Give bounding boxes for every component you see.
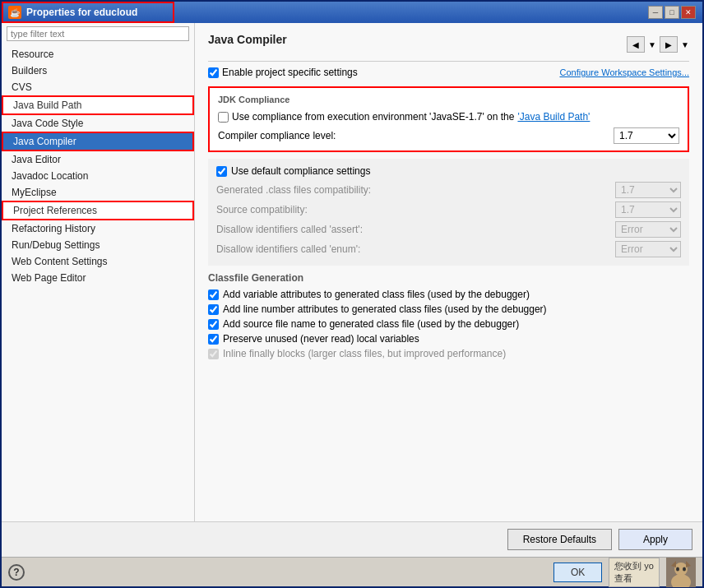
add-line-label: Add line number attributes to generated … — [223, 303, 547, 315]
add-source-label: Add source file name to generated class … — [223, 318, 519, 330]
generated-class-select[interactable]: 1.7 — [615, 182, 681, 198]
sidebar-item-myeclipse[interactable]: MyEclipse — [2, 184, 194, 201]
default-compliance-section: Use default compliance settings Generate… — [208, 159, 689, 266]
help-button[interactable]: ? — [8, 564, 25, 581]
main-content: Java Compiler ◀ ▼ ▶ ▼ Enable project spe… — [195, 23, 702, 521]
bottom-bar: Restore Defaults Apply — [2, 521, 702, 557]
jdk-compliance-section: JDK Compliance Use compliance from execu… — [208, 86, 689, 152]
generated-class-row: Generated .class files compatibility: 1.… — [216, 180, 681, 200]
sidebar-item-java-compiler[interactable]: Java Compiler — [2, 132, 194, 151]
avatar — [666, 558, 696, 587]
use-default-checkbox[interactable] — [216, 166, 227, 177]
configure-workspace-link[interactable]: Configure Workspace Settings... — [559, 67, 689, 77]
preserve-unused-row: Preserve unused (never read) local varia… — [208, 333, 689, 345]
status-bar: ? OK 您收到 yo查看 — [2, 557, 702, 586]
inline-finally-checkbox[interactable] — [208, 349, 219, 359]
compliance-level-select[interactable]: 1.7 1.6 1.5 1.4 1.3 — [614, 127, 679, 144]
add-variable-label: Add variable attributes to generated cla… — [223, 289, 530, 300]
jdk-compliance-title: JDK Compliance — [218, 95, 679, 104]
disallow-assert-label: Disallow identifiers called 'assert': — [216, 224, 363, 235]
sidebar-item-builders[interactable]: Builders — [2, 63, 194, 79]
window-controls: ─ □ ✕ — [648, 6, 696, 19]
preserve-unused-checkbox[interactable] — [208, 334, 219, 345]
sidebar-item-web-page-editor[interactable]: Web Page Editor — [2, 270, 194, 286]
sidebar-item-cvs[interactable]: CVS — [2, 79, 194, 95]
classfile-section: Classfile Generation Add variable attrib… — [208, 272, 689, 359]
inline-finally-label: Inline finally blocks (larger class file… — [223, 348, 506, 359]
restore-defaults-button[interactable]: Restore Defaults — [507, 529, 612, 550]
svg-point-6 — [683, 567, 686, 571]
filter-input[interactable] — [7, 26, 189, 41]
compliance-level-row: Compiler compliance level: 1.7 1.6 1.5 1… — [218, 127, 679, 144]
add-line-row: Add line number attributes to generated … — [208, 303, 689, 315]
sidebar-item-java-build-path[interactable]: Java Build Path — [2, 95, 194, 115]
use-default-row: Use default compliance settings — [216, 165, 681, 177]
add-variable-checkbox[interactable] — [208, 289, 219, 300]
maximize-button[interactable]: □ — [665, 6, 679, 19]
use-compliance-row: Use compliance from execution environmen… — [218, 111, 679, 123]
sidebar-item-refactoring-history[interactable]: Refactoring History — [2, 220, 194, 237]
title-bar: ☕ Properties for educloud ─ □ ✕ — [2, 2, 702, 23]
add-source-row: Add source file name to generated class … — [208, 318, 689, 330]
disallow-assert-select[interactable]: Error — [615, 221, 681, 238]
main-header: Java Compiler ◀ ▼ ▶ ▼ — [208, 33, 689, 56]
enable-specific-settings-checkbox[interactable] — [208, 67, 219, 78]
use-execution-env-checkbox[interactable] — [218, 112, 229, 123]
svg-point-5 — [676, 567, 679, 571]
source-compat-select[interactable]: 1.7 — [615, 201, 681, 218]
disallow-assert-row: Disallow identifiers called 'assert': Er… — [216, 220, 681, 239]
disallow-enum-label: Disallow identifiers called 'enum': — [216, 243, 360, 255]
compliance-level-label: Compiler compliance level: — [218, 130, 336, 141]
inline-finally-row: Inline finally blocks (larger class file… — [208, 348, 689, 359]
status-left: ? — [8, 564, 25, 581]
forward-button2[interactable]: ▼ — [681, 36, 689, 53]
disallow-enum-select[interactable]: Error — [615, 241, 681, 257]
sidebar-item-project-references[interactable]: Project References — [2, 201, 194, 220]
ok-button[interactable]: OK — [553, 563, 602, 582]
source-compat-label: Source compatibility: — [216, 204, 308, 215]
back-button2[interactable]: ▼ — [648, 36, 656, 53]
enable-label: Enable project specific settings — [222, 67, 358, 78]
sidebar: Resource Builders CVS Java Build Path Ja… — [2, 23, 195, 521]
notification-text: 您收到 yo查看 — [614, 561, 654, 583]
status-right: OK 您收到 yo查看 — [553, 558, 696, 587]
add-source-checkbox[interactable] — [208, 319, 219, 330]
title-bar-left: ☕ Properties for educloud — [8, 6, 137, 19]
sidebar-item-run-debug[interactable]: Run/Debug Settings — [2, 237, 194, 253]
use-execution-env-label: Use compliance from execution environmen… — [232, 111, 514, 123]
sidebar-item-resource[interactable]: Resource — [2, 46, 194, 63]
forward-button[interactable]: ▶ — [660, 36, 678, 53]
enable-left: Enable project specific settings — [208, 67, 358, 78]
minimize-button[interactable]: ─ — [648, 6, 663, 19]
use-default-label: Use default compliance settings — [231, 165, 370, 177]
separator-1 — [208, 61, 689, 62]
nav-arrows: ◀ ▼ ▶ ▼ — [627, 36, 689, 53]
source-compat-row: Source compatibility: 1.7 — [216, 200, 681, 220]
add-line-checkbox[interactable] — [208, 304, 219, 315]
properties-window: ☕ Properties for educloud ─ □ ✕ Resource… — [0, 0, 704, 588]
back-button[interactable]: ◀ — [627, 36, 645, 53]
window-title: Properties for educloud — [26, 7, 137, 18]
close-button[interactable]: ✕ — [681, 6, 696, 19]
enable-row: Enable project specific settings Configu… — [208, 67, 689, 78]
sidebar-item-javadoc-location[interactable]: Javadoc Location — [2, 168, 194, 184]
content-area: Resource Builders CVS Java Build Path Ja… — [2, 23, 702, 521]
apply-button[interactable]: Apply — [618, 529, 692, 550]
help-icon: ? — [13, 567, 19, 578]
sidebar-item-java-editor[interactable]: Java Editor — [2, 151, 194, 168]
sidebar-item-web-content[interactable]: Web Content Settings — [2, 253, 194, 270]
preserve-unused-label: Preserve unused (never read) local varia… — [223, 333, 419, 345]
page-title: Java Compiler — [208, 33, 287, 49]
sidebar-items: Resource Builders CVS Java Build Path Ja… — [2, 44, 194, 521]
add-variable-row: Add variable attributes to generated cla… — [208, 289, 689, 300]
avatar-image — [666, 558, 696, 587]
classfile-title: Classfile Generation — [208, 272, 689, 284]
sidebar-item-java-code-style[interactable]: Java Code Style — [2, 115, 194, 132]
java-build-path-link[interactable]: 'Java Build Path' — [517, 111, 590, 123]
app-icon: ☕ — [8, 6, 21, 19]
disallow-enum-row: Disallow identifiers called 'enum': Erro… — [216, 239, 681, 259]
notification-box: 您收到 yo查看 — [609, 558, 660, 587]
generated-class-label: Generated .class files compatibility: — [216, 184, 371, 196]
